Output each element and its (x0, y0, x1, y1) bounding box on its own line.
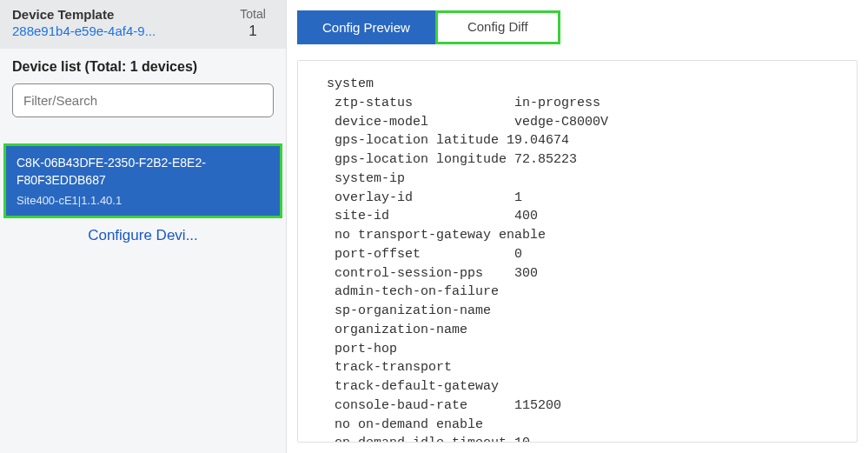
tab-row: Config Preview Config Diff (297, 10, 858, 44)
device-item-subinfo: Site400-cE1|1.1.40.1 (17, 194, 269, 207)
config-text: system ztp-status in-progress device-mod… (319, 75, 836, 443)
device-item[interactable]: C8K-06B43DFE-2350-F2B2-E8E2-F80F3EDDB687… (3, 143, 282, 218)
configure-device-link[interactable]: Configure Devi... (0, 227, 286, 244)
total-label: Total (232, 7, 274, 21)
template-header: Device Template 288e91b4-e59e-4af4-9... … (0, 0, 286, 49)
sidebar: Device Template 288e91b4-e59e-4af4-9... … (0, 0, 287, 453)
config-preview-panel: system ztp-status in-progress device-mod… (297, 60, 858, 443)
total-value: 1 (232, 23, 274, 40)
filter-search-input[interactable] (12, 83, 274, 117)
device-list-title: Device list (Total: 1 devices) (12, 59, 274, 75)
device-item-id: C8K-06B43DFE-2350-F2B2-E8E2-F80F3EDDB687 (17, 155, 269, 189)
template-label: Device Template (12, 7, 225, 22)
tab-config-diff[interactable]: Config Diff (435, 10, 560, 44)
tab-config-preview[interactable]: Config Preview (297, 10, 435, 44)
main-panel: Config Preview Config Diff system ztp-st… (287, 0, 868, 453)
template-id-link[interactable]: 288e91b4-e59e-4af4-9... (12, 23, 225, 38)
